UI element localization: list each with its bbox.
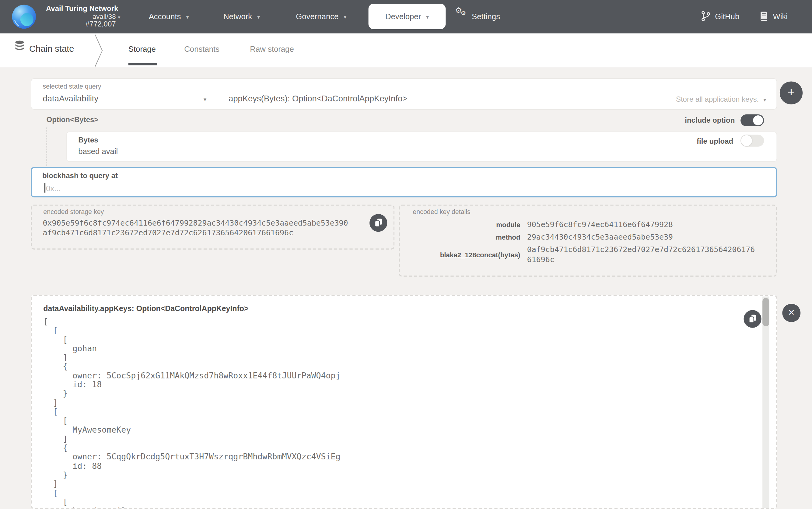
detail-row-blake2: blake2_128concat(bytes) 0af9cb471c6d8171… bbox=[413, 245, 767, 265]
chain-spec-selector[interactable]: avail/38▾ bbox=[46, 12, 116, 21]
encoded-key-details-label: encoded key details bbox=[413, 208, 470, 215]
tab-storage[interactable]: Storage bbox=[129, 33, 156, 67]
result-json: [ [ [ gohan ] { owner: 5CocSpj62xG11MAkQ… bbox=[43, 317, 340, 509]
tab-raw-storage[interactable]: Raw storage bbox=[250, 33, 294, 67]
page-title: Chain state bbox=[29, 33, 74, 67]
copy-icon bbox=[374, 218, 383, 228]
code-branch-icon bbox=[702, 11, 710, 21]
caret-down-icon: ▾ bbox=[186, 14, 189, 20]
active-tab-underline bbox=[129, 63, 157, 65]
gears-icon: ⚙⚙ bbox=[455, 11, 470, 24]
blockhash-input[interactable] bbox=[46, 182, 761, 194]
param-value[interactable]: based avail bbox=[78, 147, 118, 156]
caret-down-icon: ▾ bbox=[257, 14, 260, 20]
query-label: selected state query bbox=[43, 83, 101, 91]
tab-constants[interactable]: Constants bbox=[184, 33, 219, 67]
toggle-knob bbox=[753, 115, 763, 126]
include-option-toggle[interactable] bbox=[740, 114, 764, 126]
method-select[interactable]: appKeys(Bytes): Option<DaControlAppKeyIn… bbox=[228, 94, 407, 103]
encoded-storage-key-value: 0x905e59f6c8fc974ec64116e6f647992829ac34… bbox=[43, 218, 348, 238]
network-name: Avail Turing Network bbox=[46, 4, 116, 12]
wiki-link[interactable]: Wiki bbox=[760, 0, 788, 33]
nav-accounts[interactable]: Accounts▾ bbox=[149, 0, 189, 33]
blockhash-label: blockhash to query at bbox=[42, 171, 118, 179]
detail-value: 905e59f6c8fc974ec64116e6f6479928 bbox=[527, 220, 673, 230]
caret-down-icon[interactable]: ▾ bbox=[204, 96, 206, 103]
pallet-select[interactable]: dataAvailability bbox=[43, 94, 99, 103]
avail-logo[interactable] bbox=[11, 4, 37, 29]
param-type-label: Bytes bbox=[78, 136, 98, 144]
tab-separator bbox=[94, 34, 104, 67]
detail-label: method bbox=[413, 233, 520, 241]
network-title-block: Avail Turing Network avail/38▾ #772,007 bbox=[46, 4, 116, 28]
result-title: dataAvailability.appKeys: Option<DaContr… bbox=[43, 304, 248, 313]
file-upload-toggle[interactable] bbox=[740, 135, 764, 146]
page: Avail Turing Network avail/38▾ #772,007 … bbox=[0, 0, 812, 509]
encoded-key-details-card: encoded key details module 905e59f6c8fc9… bbox=[399, 205, 777, 277]
param-tree-guide bbox=[46, 127, 47, 166]
results-scrollbar-thumb[interactable] bbox=[763, 298, 769, 326]
detail-row-method: method 29ac34430c4934c5e3aaeed5abe53e39 bbox=[413, 232, 767, 242]
book-icon bbox=[760, 11, 768, 21]
nav-developer-active[interactable]: Developer▾ bbox=[368, 4, 446, 29]
github-link[interactable]: GitHub bbox=[702, 0, 740, 33]
detail-value: 0af9cb471c6d8171c23672ed7027e7d72c626173… bbox=[527, 245, 755, 265]
copy-icon bbox=[748, 314, 757, 324]
tab-bar: Chain state Storage Constants Raw storag… bbox=[0, 33, 812, 67]
copy-result-button[interactable] bbox=[744, 310, 761, 328]
query-results-panel: dataAvailability.appKeys: Option<DaContr… bbox=[31, 295, 777, 509]
encoded-key-details-rows: module 905e59f6c8fc974ec64116e6f6479928 … bbox=[413, 220, 767, 267]
copy-storage-key-button[interactable] bbox=[369, 214, 387, 232]
close-result-button[interactable]: ✕ bbox=[782, 304, 801, 322]
text-cursor bbox=[44, 183, 45, 193]
detail-value: 29ac34430c4934c5e3aaeed5abe53e39 bbox=[527, 232, 673, 242]
caret-down-icon: ▾ bbox=[764, 97, 766, 103]
nav-network[interactable]: Network▾ bbox=[223, 0, 260, 33]
caret-down-icon: ▾ bbox=[118, 14, 120, 22]
database-icon bbox=[14, 40, 25, 51]
caret-down-icon: ▾ bbox=[344, 14, 347, 20]
detail-label: module bbox=[413, 221, 520, 229]
toggle-knob bbox=[741, 135, 752, 146]
detail-label: blake2_128concat(bytes) bbox=[413, 251, 520, 259]
best-block-number: #772,007 bbox=[46, 21, 116, 28]
nav-governance[interactable]: Governance▾ bbox=[296, 0, 346, 33]
option-type-label: Option<Bytes> bbox=[46, 115, 99, 124]
detail-row-module: module 905e59f6c8fc974ec64116e6f6479928 bbox=[413, 220, 767, 230]
file-upload-label: file upload bbox=[697, 137, 733, 145]
nav-settings[interactable]: ⚙⚙Settings bbox=[455, 0, 500, 33]
blockhash-card: blockhash to query at bbox=[31, 167, 777, 197]
include-option-label: include option bbox=[685, 116, 735, 124]
bytes-param-card: Bytes based avail file upload bbox=[66, 132, 777, 162]
results-scrollbar-track[interactable] bbox=[763, 297, 769, 508]
encoded-storage-key-label: encoded storage key bbox=[43, 208, 104, 215]
caret-down-icon: ▾ bbox=[426, 14, 429, 20]
avail-logo-icon bbox=[11, 4, 37, 29]
encoded-storage-key-card: encoded storage key 0x905e59f6c8fc974ec6… bbox=[31, 205, 394, 249]
add-query-button[interactable]: + bbox=[780, 81, 803, 104]
state-query-card: selected state query dataAvailability ▾ … bbox=[31, 78, 777, 110]
method-hint[interactable]: Store all application keys.▾ bbox=[676, 95, 766, 103]
top-header: Avail Turing Network avail/38▾ #772,007 … bbox=[0, 0, 812, 33]
